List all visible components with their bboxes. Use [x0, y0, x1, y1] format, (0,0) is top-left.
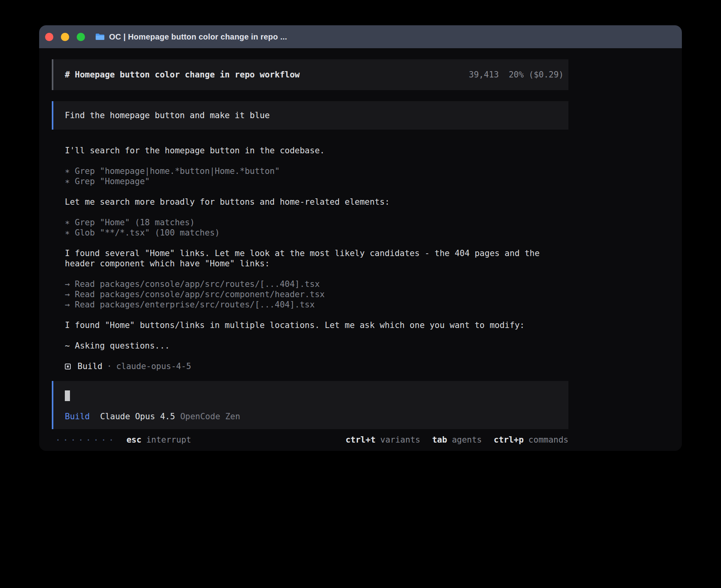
statusbar-shortcuts: ctrl+t variants tab agents ctrl+p comman…	[345, 435, 568, 445]
ctrl-p-key[interactable]: ctrl+p	[494, 435, 524, 445]
statusbar: ········ esc interrupt ctrl+t variants t…	[52, 435, 568, 445]
title-group: OC | Homepage button color change in rep…	[95, 32, 287, 41]
minimize-button[interactable]	[61, 33, 69, 41]
assistant-text-line: Let me search more broadly for buttons a…	[65, 197, 568, 207]
prompt-input[interactable]: Build Claude Opus 4.5 OpenCode Zen	[52, 381, 568, 429]
close-button[interactable]	[45, 33, 53, 41]
agent-separator: ·	[107, 362, 112, 371]
tool-call-read: → Read packages/console/app/src/routes/[…	[65, 279, 568, 289]
esc-key[interactable]: esc	[126, 435, 142, 445]
session-header: # Homepage button color change in repo w…	[52, 59, 568, 90]
tool-call-read: → Read packages/console/app/src/componen…	[65, 289, 568, 300]
user-message-text: Find the homepage button and make it blu…	[65, 111, 270, 120]
assistant-text-line: I found "Home" buttons/links in multiple…	[65, 320, 568, 330]
user-message: Find the homepage button and make it blu…	[52, 101, 568, 130]
mode-label[interactable]: Build	[65, 412, 90, 421]
token-count: 39,413	[469, 70, 499, 79]
window-controls	[45, 33, 85, 41]
desktop-background: OC | Homepage button color change in rep…	[0, 0, 721, 588]
agent-name: Build	[77, 362, 102, 371]
tool-call-read: → Read packages/enterprise/src/routes/[.…	[65, 300, 568, 310]
titlebar[interactable]: OC | Homepage button color change in rep…	[39, 25, 682, 48]
hint-variants: ctrl+t variants	[345, 435, 420, 445]
model-label[interactable]: Claude Opus 4.5	[100, 412, 175, 421]
tool-call-grep: ∗ Grep "Home" (18 matches)	[65, 217, 568, 228]
ctrl-t-key[interactable]: ctrl+t	[345, 435, 376, 445]
window-title: OC | Homepage button color change in rep…	[109, 32, 287, 41]
spinner-dots: ········	[55, 435, 116, 445]
agent-badge-icon	[65, 364, 71, 369]
variants-label: variants	[380, 435, 420, 445]
zoom-button[interactable]	[77, 33, 85, 41]
input-meta: Build Claude Opus 4.5 OpenCode Zen	[65, 411, 568, 422]
provider-label: OpenCode Zen	[180, 412, 240, 421]
agents-label: agents	[452, 435, 482, 445]
tab-key[interactable]: tab	[432, 435, 447, 445]
terminal-content: # Homepage button color change in repo w…	[52, 59, 568, 445]
text-cursor	[65, 390, 70, 401]
commands-label: commands	[528, 435, 568, 445]
interrupt-label: interrupt	[146, 435, 191, 445]
assistant-text-line: I'll search for the homepage button in t…	[65, 145, 568, 156]
hint-commands: ctrl+p commands	[494, 435, 568, 445]
session-stats: 39,413 20% ($0.29)	[469, 70, 564, 79]
tool-call-grep: ∗ Grep "homepage|home.*button|Home.*butt…	[65, 166, 568, 176]
hint-agents: tab agents	[432, 435, 482, 445]
tool-call-grep: ∗ Grep "Homepage"	[65, 176, 568, 187]
folder-icon	[95, 33, 105, 41]
assistant-text-line: I found several "Home" links. Let me loo…	[65, 248, 568, 258]
terminal-window: OC | Homepage button color change in rep…	[39, 25, 682, 451]
session-title: # Homepage button color change in repo w…	[65, 70, 300, 79]
context-cost: 20% ($0.29)	[509, 70, 564, 79]
assistant-text-line: header component which have "Home" links…	[65, 258, 568, 269]
status-line: ~ Asking questions...	[65, 341, 568, 351]
conversation: I'll search for the homepage button in t…	[52, 145, 568, 371]
agent-row: Build · claude-opus-4-5	[65, 361, 568, 371]
tool-call-glob: ∗ Glob "**/*.tsx" (100 matches)	[65, 228, 568, 238]
agent-model: claude-opus-4-5	[116, 362, 191, 371]
hint-interrupt: esc interrupt	[126, 435, 191, 445]
